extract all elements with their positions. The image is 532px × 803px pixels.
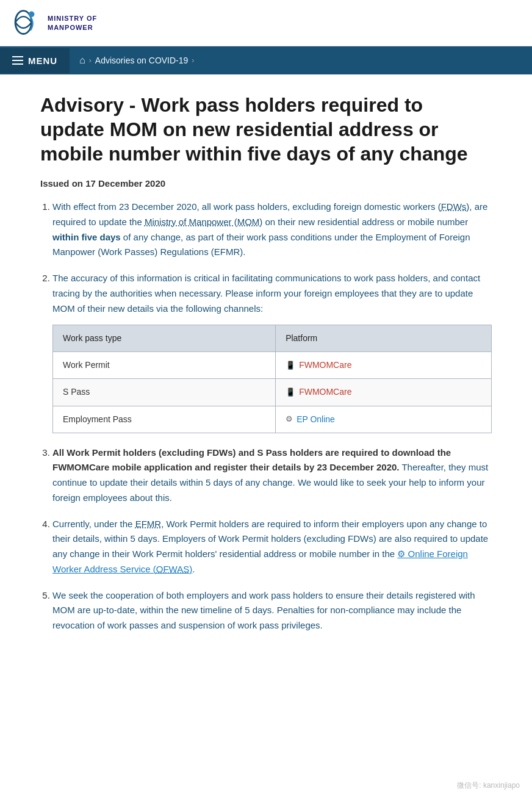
- ep-online-link[interactable]: ⚙ EP Online: [286, 412, 481, 427]
- platform-fwmomcare-1: 📱 FWMOMCare: [276, 352, 492, 379]
- ep-online-label: EP Online: [297, 412, 335, 427]
- fwmomcare-label-2: FWMOMCare: [299, 385, 351, 399]
- table-row: Employment Pass ⚙ EP Online: [53, 406, 492, 433]
- phone-icon-1: 📱: [286, 359, 295, 372]
- item3-text: All Work Permit holders (excluding FDWs)…: [52, 447, 488, 503]
- item2-text: The accuracy of this information is crit…: [52, 273, 480, 314]
- platform-ep-online: ⚙ EP Online: [276, 406, 492, 433]
- mom-abbr: Ministry of Manpower (MOM): [145, 217, 262, 227]
- svg-point-1: [29, 12, 34, 17]
- page-title: Advisory - Work pass holders required to…: [40, 93, 492, 166]
- work-pass-table: Work pass type Platform Work Permit 📱 FW…: [52, 325, 492, 433]
- item4-text: Currently, under the EFMR, Work Permit h…: [52, 519, 488, 574]
- fdws-abbr: FDWs: [441, 201, 467, 212]
- mom-logo-icon: [12, 6, 43, 40]
- menu-label: MENU: [28, 56, 57, 66]
- list-item-4: Currently, under the EFMR, Work Permit h…: [52, 517, 492, 577]
- pass-type-s-pass: S Pass: [53, 379, 276, 406]
- pass-type-work-permit: Work Permit: [53, 352, 276, 379]
- efmr-abbr: EFMR: [135, 519, 162, 529]
- navbar: MENU ⌂ › Advisories on COVID-19 ›: [0, 46, 532, 74]
- site-header: MINISTRY OF MANPOWER: [0, 0, 532, 46]
- breadcrumb: ⌂ › Advisories on COVID-19 ›: [70, 55, 204, 66]
- item5-text: We seek the cooperation of both employer…: [52, 590, 475, 631]
- table-row: S Pass 📱 FWMOMCare: [53, 379, 492, 406]
- breadcrumb-covid-link[interactable]: Advisories on COVID-19: [95, 56, 189, 65]
- advisory-list: With effect from 23 December 2020, all w…: [40, 200, 492, 633]
- five-days-bold: within five days: [52, 232, 121, 242]
- issued-date: Issued on 17 December 2020: [40, 178, 492, 189]
- logo-area: MINISTRY OF MANPOWER: [12, 6, 97, 40]
- phone-icon-2: 📱: [286, 386, 295, 398]
- gear-icon: ⚙: [286, 412, 293, 425]
- pass-type-employment-pass: Employment Pass: [53, 406, 276, 433]
- logo-text: MINISTRY OF MANPOWER: [48, 14, 97, 32]
- table-header-platform: Platform: [276, 325, 492, 352]
- ofwas-link[interactable]: ⚙ Online Foreign Worker Address Service …: [52, 549, 468, 574]
- item1-text: With effect from 23 December 2020, all w…: [52, 201, 487, 257]
- fwmomcare-label-1: FWMOMCare: [299, 358, 351, 372]
- table-row: Work Permit 📱 FWMOMCare: [53, 352, 492, 379]
- breadcrumb-sep-2: ›: [192, 56, 194, 65]
- home-icon[interactable]: ⌂: [79, 55, 85, 66]
- list-item-2: The accuracy of this information is crit…: [52, 271, 492, 433]
- menu-button[interactable]: MENU: [0, 48, 70, 73]
- fwmomcare-link-2[interactable]: 📱 FWMOMCare: [286, 385, 481, 399]
- hamburger-icon: [12, 56, 23, 65]
- main-content: Advisory - Work pass holders required to…: [16, 74, 516, 669]
- breadcrumb-sep-1: ›: [89, 56, 92, 65]
- item3-bold: All Work Permit holders (excluding FDWs)…: [52, 447, 451, 473]
- table-header-pass-type: Work pass type: [53, 325, 276, 352]
- list-item-1: With effect from 23 December 2020, all w…: [52, 200, 492, 260]
- list-item-3: All Work Permit holders (excluding FDWs)…: [52, 445, 492, 506]
- platform-fwmomcare-2: 📱 FWMOMCare: [276, 379, 492, 406]
- fwmomcare-link-1[interactable]: 📱 FWMOMCare: [286, 358, 481, 372]
- list-item-5: We seek the cooperation of both employer…: [52, 588, 492, 633]
